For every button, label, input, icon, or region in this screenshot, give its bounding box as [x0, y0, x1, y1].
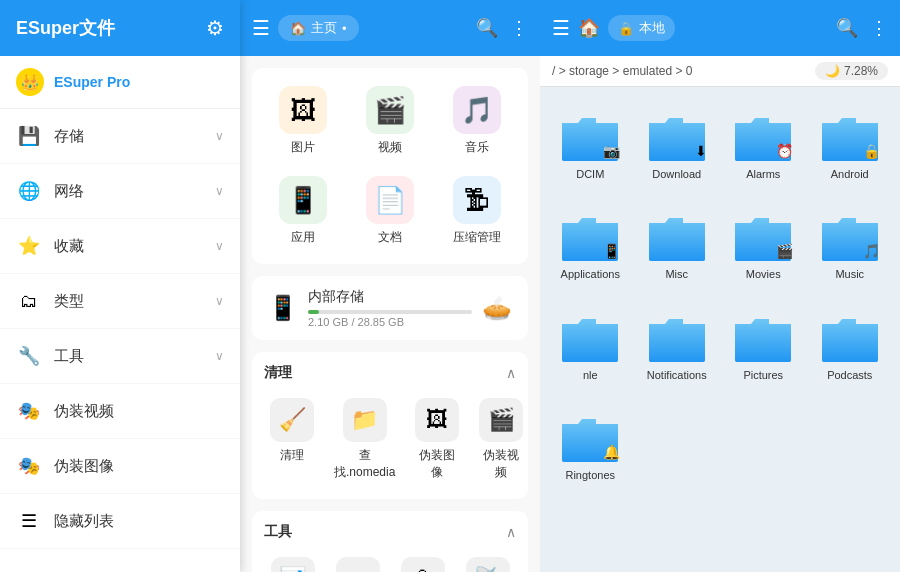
sidebar-item-hidden-list[interactable]: ☰ 隐藏列表: [0, 494, 240, 549]
clean-collapse-icon[interactable]: ∧: [506, 365, 516, 381]
right-home-button[interactable]: 🏠: [578, 17, 600, 39]
ringtones-icon-wrap: 🔔: [558, 408, 622, 464]
nomedia-icon: 📁: [343, 398, 387, 442]
hidden-list-label: 隐藏列表: [54, 512, 114, 531]
clean-fake-video[interactable]: 🎬 伪装视频: [473, 392, 529, 487]
docs-label: 文档: [378, 229, 402, 246]
misc-icon-wrap: [645, 207, 709, 263]
clean-nomedia[interactable]: 📁 查找.nomedia: [328, 392, 401, 487]
folder-music[interactable]: 🎵 Music: [810, 197, 891, 291]
folder-movies[interactable]: 🎬 Movies: [723, 197, 804, 291]
network-label: 网络: [54, 182, 84, 201]
quick-grid-photos[interactable]: 🖼 图片: [264, 80, 343, 162]
storage-bar-section[interactable]: 📱 内部存储 2.10 GB / 28.85 GB 🥧: [252, 276, 528, 340]
right-search-icon[interactable]: 🔍: [836, 17, 858, 39]
sidebar-item-network[interactable]: 🌐 网络 ∨: [0, 164, 240, 219]
notifications-icon-wrap: [645, 308, 709, 364]
storage-bar-fill: [308, 310, 319, 314]
folder-download[interactable]: ⬇ Download: [637, 97, 718, 191]
quick-grid-video[interactable]: 🎬 视频: [351, 80, 430, 162]
moon-icon: 🌙: [825, 64, 840, 78]
android-badge: 🔒: [863, 143, 880, 159]
storage-percent-value: 7.28%: [844, 64, 878, 78]
notifications-folder-svg: [647, 310, 707, 362]
right-location-button[interactable]: 🔒 本地: [608, 15, 675, 41]
middle-more-icon[interactable]: ⋮: [510, 17, 528, 39]
music-icon-wrap: 🎵: [818, 207, 882, 263]
download-badge: ⬇: [695, 143, 707, 159]
tool-recycle[interactable]: 🗑 回收站: [394, 551, 451, 572]
analyze-icon: 📊: [271, 557, 315, 572]
quick-grid-archive[interactable]: 🗜 压缩管理: [437, 170, 516, 252]
pictures-icon-wrap: [731, 308, 795, 364]
apps-icon: 📱: [279, 176, 327, 224]
clean-fake-image[interactable]: 🖼 伪装图像: [409, 392, 465, 487]
sidebar-item-storage[interactable]: 💾 存储 ∨: [0, 109, 240, 164]
chevron-icon: ∨: [215, 294, 224, 308]
middle-menu-icon[interactable]: ☰: [252, 16, 270, 40]
folder-nle[interactable]: nle: [550, 298, 631, 392]
sidebar-item-tools[interactable]: 🔧 工具 ∨: [0, 329, 240, 384]
quick-grid-apps[interactable]: 📱 应用: [264, 170, 343, 252]
tool-analyze[interactable]: 📊 分析: [264, 551, 321, 572]
right-menu-icon[interactable]: ☰: [552, 16, 570, 40]
folder-ringtones[interactable]: 🔔 Ringtones: [550, 398, 631, 492]
chevron-icon: ∨: [215, 239, 224, 253]
ringtones-name: Ringtones: [565, 468, 615, 482]
tool-cloud[interactable]: ☁ 网盘: [329, 551, 386, 572]
alarms-icon-wrap: ⏰: [731, 107, 795, 163]
folder-pictures[interactable]: Pictures: [723, 298, 804, 392]
photos-label: 图片: [291, 139, 315, 156]
sidebar-item-disguise-video[interactable]: 🎭 伪装视频: [0, 384, 240, 439]
music-icon: 🎵: [453, 86, 501, 134]
quick-grid-music[interactable]: 🎵 音乐: [437, 80, 516, 162]
tools-label: 工具: [54, 347, 84, 366]
music-name: Music: [835, 267, 864, 281]
folder-android[interactable]: 🔒 Android: [810, 97, 891, 191]
middle-home-button[interactable]: 🏠 主页 •: [278, 15, 359, 41]
tools-section-title: 工具: [264, 523, 292, 541]
pro-banner[interactable]: 👑 ESuper Pro: [0, 56, 240, 109]
disguise-image-label: 伪装图像: [54, 457, 114, 476]
sidebar-item-types[interactable]: 🗂 类型 ∨: [0, 274, 240, 329]
ringtones-badge: 🔔: [603, 444, 620, 460]
clean-clean[interactable]: 🧹 清理: [264, 392, 320, 487]
dcim-icon-wrap: 📷: [558, 107, 622, 163]
folder-misc[interactable]: Misc: [637, 197, 718, 291]
folder-podcasts[interactable]: Podcasts: [810, 298, 891, 392]
sidebar-item-disguise-image[interactable]: 🎭 伪装图像: [0, 439, 240, 494]
tools-icon: 🔧: [16, 343, 42, 369]
storage-device-icon: 📱: [268, 294, 298, 322]
nle-icon-wrap: [558, 308, 622, 364]
settings-icon[interactable]: ⚙: [206, 16, 224, 40]
types-icon: 🗂: [16, 288, 42, 314]
archive-label: 压缩管理: [453, 229, 501, 246]
misc-folder-svg: [647, 209, 707, 261]
home-label: 主页: [311, 19, 337, 37]
fake-image-icon: 🖼: [415, 398, 459, 442]
sidebar-item-favorites[interactable]: ⭐ 收藏 ∨: [0, 219, 240, 274]
middle-header: ☰ 🏠 主页 • 🔍 ⋮: [240, 0, 540, 56]
storage-percent-badge: 🌙 7.28%: [815, 62, 888, 80]
podcasts-folder-svg: [820, 310, 880, 362]
middle-search-icon[interactable]: 🔍: [476, 17, 498, 39]
storage-bar-wrap: [308, 310, 472, 314]
right-panel: ☰ 🏠 🔒 本地 🔍 ⋮ / > storage > emulated > 0 …: [540, 0, 900, 572]
photos-icon: 🖼: [279, 86, 327, 134]
pictures-name: Pictures: [743, 368, 783, 382]
folder-alarms[interactable]: ⏰ Alarms: [723, 97, 804, 191]
folder-applications[interactable]: 📱 Applications: [550, 197, 631, 291]
folder-dcim[interactable]: 📷 DCIM: [550, 97, 631, 191]
disguise-video-icon: 🎭: [16, 398, 42, 424]
middle-content: 🖼 图片 🎬 视频 🎵 音乐 📱 应用 📄 文档 🗜 压缩管理 📱 内部存储 2…: [240, 56, 540, 572]
sidebar-item-left: 🗂 类型: [16, 288, 84, 314]
alarms-name: Alarms: [746, 167, 780, 181]
folder-notifications[interactable]: Notifications: [637, 298, 718, 392]
right-more-icon[interactable]: ⋮: [870, 17, 888, 39]
quick-grid-docs[interactable]: 📄 文档: [351, 170, 430, 252]
tool-lan[interactable]: 📡 局域网: [459, 551, 516, 572]
notifications-name: Notifications: [647, 368, 707, 382]
movies-badge: 🎬: [776, 243, 793, 259]
tools-section-header: 工具 ∧: [264, 523, 516, 541]
tools-collapse-icon[interactable]: ∧: [506, 524, 516, 540]
